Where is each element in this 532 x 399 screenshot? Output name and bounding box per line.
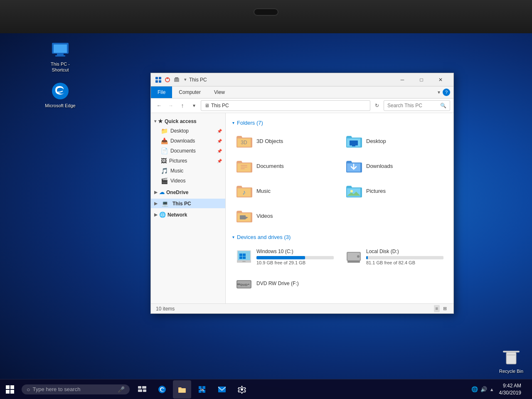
- sidebar-item-downloads[interactable]: 📥 Downloads 📌: [151, 136, 225, 146]
- desktop-icon-edge[interactable]: Microsoft Edge: [44, 81, 77, 108]
- list-view-button[interactable]: ≡: [434, 305, 440, 312]
- folders-label: Folders (7): [237, 120, 263, 126]
- show-desktop-button[interactable]: [526, 381, 529, 398]
- grid-view-button[interactable]: ⊞: [441, 305, 448, 312]
- start-button[interactable]: [0, 379, 20, 399]
- folder-item-3d-objects[interactable]: 3D 3D Objects: [232, 131, 337, 151]
- back-button[interactable]: ←: [154, 101, 164, 111]
- taskbar: ○ 🎤: [0, 379, 532, 399]
- this-pc-nav-label: This PC: [172, 201, 191, 207]
- edge-taskbar-button[interactable]: [153, 380, 171, 399]
- taskbar-search-input[interactable]: [32, 386, 118, 392]
- svg-rect-31: [243, 254, 246, 256]
- sidebar-network-header[interactable]: ▶ 🌐 Network: [151, 210, 225, 219]
- sidebar-quick-access-header[interactable]: ▾ ★ Quick access: [151, 116, 225, 126]
- drives-section-header[interactable]: ▾ Devices and drives (3): [232, 234, 447, 240]
- svg-rect-16: [175, 77, 178, 79]
- sidebar-pictures-label: Pictures: [169, 158, 187, 164]
- ribbon: File Computer View ▾ ?: [151, 86, 453, 99]
- window-controls: ─ □ ✕: [393, 73, 450, 86]
- sidebar-desktop-label: Desktop: [170, 128, 189, 134]
- sidebar-item-desktop[interactable]: 📁 Desktop 📌: [151, 126, 225, 136]
- settings-taskbar-button[interactable]: [233, 380, 251, 399]
- folder-item-music[interactable]: ♪ Music: [232, 181, 337, 201]
- tb-icon-2: [163, 76, 172, 84]
- refresh-button[interactable]: ↻: [372, 101, 382, 111]
- dvd-drive-name: DVD RW Drive (F:): [256, 281, 334, 286]
- svg-rect-43: [6, 385, 10, 389]
- folder-item-pictures[interactable]: Pictures: [342, 181, 447, 201]
- svg-text:♪: ♪: [242, 189, 246, 196]
- dropdown-button[interactable]: ▾: [189, 101, 199, 111]
- close-button[interactable]: ✕: [431, 73, 450, 86]
- ribbon-collapse[interactable]: ▾: [438, 89, 440, 95]
- task-view-button[interactable]: [133, 380, 151, 399]
- cortana-icon: ○: [27, 386, 30, 393]
- file-explorer-taskbar-button[interactable]: [173, 380, 191, 399]
- help-button[interactable]: ?: [443, 89, 450, 96]
- pictures-folder-icon: [345, 183, 362, 198]
- 3d-objects-folder-icon: 3D: [236, 133, 252, 148]
- folder-item-documents[interactable]: Documents: [232, 156, 337, 176]
- mail-taskbar-button[interactable]: [213, 380, 231, 399]
- c-drive-info: Windows 10 (C:) 10.9 GB free of 29.1 GB: [256, 249, 334, 265]
- webcam: [254, 8, 278, 16]
- sidebar-item-videos[interactable]: 🎬 Videos: [151, 176, 225, 186]
- sidebar-music-label: Music: [170, 168, 183, 174]
- sidebar-item-documents[interactable]: 📄 Documents 📌: [151, 146, 225, 156]
- svg-rect-40: [237, 283, 240, 285]
- laptop-bezel: [0, 0, 532, 33]
- folder-item-desktop[interactable]: Desktop: [342, 131, 447, 151]
- network-tray-icon[interactable]: 🌐: [471, 386, 478, 392]
- explorer-window: ▾ This PC ─ □ ✕ File Computer View ▾ ? ←: [150, 73, 454, 314]
- system-clock[interactable]: 9:42 AM 4/30/2019: [496, 382, 525, 397]
- content-area: ▾ Folders (7) 3D 3D Objects: [226, 113, 453, 303]
- desktop-icon-this-pc[interactable]: This PC - Shortcut: [44, 39, 77, 73]
- svg-rect-21: [241, 167, 247, 167]
- sidebar-section-onedrive: ▶ ☁ OneDrive: [151, 187, 225, 197]
- ribbon-tab-view[interactable]: View: [207, 86, 232, 98]
- store-taskbar-button[interactable]: 🛍: [193, 380, 211, 399]
- pin-icon-3: 📌: [217, 149, 222, 153]
- taskbar-search[interactable]: ○ 🎤: [22, 384, 130, 394]
- search-icon: 🔍: [440, 103, 446, 108]
- recycle-bin-icon: [501, 347, 521, 367]
- svg-rect-22: [241, 168, 245, 169]
- svg-text:🛍: 🛍: [200, 388, 204, 392]
- onedrive-label: OneDrive: [166, 190, 188, 195]
- tb-icon-3: [172, 76, 181, 84]
- view-options: ≡ ⊞: [434, 305, 448, 312]
- network-label: Network: [167, 212, 187, 218]
- ribbon-tab-file[interactable]: File: [151, 86, 172, 98]
- folder-icon: 📁: [161, 128, 168, 134]
- sidebar-item-pictures[interactable]: 🖼 Pictures 📌: [151, 156, 225, 166]
- desktop-icon-recycle[interactable]: Recycle Bin: [495, 347, 528, 374]
- ribbon-tab-computer[interactable]: Computer: [172, 86, 207, 98]
- folder-item-videos[interactable]: Videos: [232, 206, 337, 226]
- d-drive-free: 81.1 GB free of 82.4 GB: [366, 260, 443, 265]
- volume-icon[interactable]: 🔊: [480, 386, 487, 392]
- forward-button[interactable]: →: [166, 101, 176, 111]
- address-path[interactable]: 🖥 This PC: [201, 100, 370, 111]
- drive-item-d[interactable]: Local Disk (D:) 81.1 GB free of 82.4 GB: [342, 245, 447, 268]
- desktop: This PC - Shortcut Microsoft Edge Recycl…: [0, 0, 532, 399]
- status-bar: 10 items ≡ ⊞: [151, 303, 453, 313]
- ribbon-tabs: File Computer View ▾ ?: [151, 86, 453, 98]
- chevron-right-icon-3: ▶: [154, 212, 158, 217]
- drive-item-dvd[interactable]: DVD DVD RW Drive (F:): [232, 273, 337, 295]
- folder-item-downloads[interactable]: Downloads: [342, 156, 447, 176]
- up-button[interactable]: ↑: [177, 101, 187, 111]
- sidebar-this-pc-header[interactable]: ▶ 💻 This PC: [151, 199, 225, 208]
- up-arrow-icon[interactable]: ▲: [490, 387, 494, 392]
- sidebar-videos-label: Videos: [170, 178, 185, 184]
- dvd-drive-icon: DVD: [236, 277, 252, 292]
- d-drive-name: Local Disk (D:): [366, 249, 443, 254]
- svg-rect-8: [503, 351, 520, 352]
- drive-item-c[interactable]: Windows 10 (C:) 10.9 GB free of 29.1 GB: [232, 245, 337, 268]
- sidebar-item-music[interactable]: 🎵 Music: [151, 166, 225, 176]
- folders-section-header[interactable]: ▾ Folders (7): [232, 120, 447, 126]
- minimize-button[interactable]: ─: [393, 73, 412, 86]
- sidebar-onedrive-header[interactable]: ▶ ☁ OneDrive: [151, 187, 225, 197]
- maximize-button[interactable]: □: [412, 73, 431, 86]
- search-input[interactable]: [387, 103, 438, 108]
